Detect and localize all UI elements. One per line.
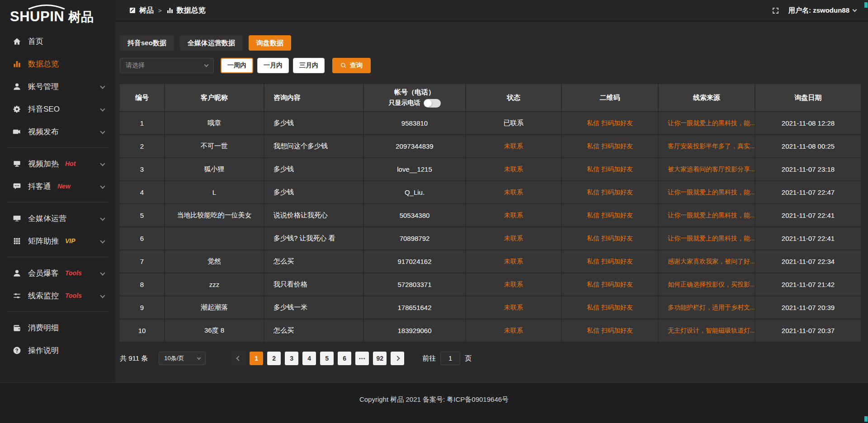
cell-source[interactable]: 感谢大家喜欢我家，被问了好...	[659, 250, 755, 273]
sliders-icon	[13, 291, 21, 300]
scrollbar-thumb-bottom[interactable]	[864, 416, 868, 422]
tab-inquiry-data[interactable]: 询盘数据	[249, 35, 291, 51]
cell-account: love__1215	[364, 158, 465, 180]
cell-date: 2021-11-07 22:47	[755, 181, 861, 203]
cell-inquiry: 多少钱	[264, 158, 363, 180]
cell-source[interactable]: 无主灯设计，智能磁吸轨道灯...	[659, 320, 755, 342]
sidebar-item-leads-monitor[interactable]: 线索监控Tools	[0, 284, 115, 307]
cell-nickname: 36度 8	[165, 320, 264, 342]
cell-source[interactable]: 让你一眼就爱上的黑科技，能...	[659, 227, 755, 249]
cell-source[interactable]: 如何正确选择投影仪，买投影...	[659, 273, 755, 296]
sidebar-item-member-tools[interactable]: 会员爆客Tools	[0, 262, 115, 284]
logo-brand-en: SHUPIN	[10, 9, 64, 25]
page-size-value: 10条/页	[164, 354, 184, 362]
sidebar-item-douketong[interactable]: 抖客通New	[0, 175, 115, 197]
pager-page-2[interactable]: 2	[267, 352, 281, 365]
cell-account: 183929060	[364, 320, 465, 342]
pager-page-5[interactable]: 5	[320, 352, 334, 365]
cell-inquiry: 多少钱	[264, 112, 363, 134]
toggle-knob	[424, 99, 432, 107]
pager-page-4[interactable]: 4	[302, 352, 316, 365]
home-icon	[13, 37, 21, 46]
cell-qrcode[interactable]: 私信 扫码加好友	[562, 273, 658, 296]
cell-inquiry: 多少钱	[264, 181, 363, 203]
gear-icon	[13, 105, 21, 113]
chat-icon	[13, 182, 21, 191]
cell-source[interactable]: 多功能护栏灯，适用于乡村文...	[659, 296, 755, 319]
scrollbar-thumb-top[interactable]	[864, 2, 868, 8]
quick-filter-quarter[interactable]: 三月内	[293, 58, 325, 73]
sidebar-item-data-overview[interactable]: 数据总览	[0, 52, 115, 75]
sidebar: SHUPIN 树品 首页数据总览账号管理抖音SEO视频发布视频加热Hot抖客通N…	[0, 0, 115, 423]
tab-media-operation-data[interactable]: 全媒体运营数据	[180, 35, 243, 51]
pager-page-3[interactable]: 3	[285, 352, 298, 365]
top-header: 树品>数据总览 用户名: zswodun88	[115, 0, 868, 22]
phone-only-toggle[interactable]	[424, 99, 441, 108]
fullscreen-icon[interactable]	[772, 7, 779, 14]
sidebar-item-label: 会员爆客	[28, 268, 59, 278]
breadcrumb-item-brand[interactable]: 树品	[129, 6, 154, 15]
breadcrumb-label: 数据总览	[177, 6, 206, 15]
header-right: 用户名: zswodun88	[772, 6, 856, 15]
search-button-label: 查询	[350, 61, 363, 70]
column-label: 编号	[135, 94, 149, 102]
column-label: 咨询内容	[274, 94, 301, 102]
cell-source[interactable]: 被大家追着问的客厅投影分享...	[659, 158, 755, 180]
heat-icon	[13, 160, 21, 168]
breadcrumb: 树品>数据总览	[129, 6, 206, 15]
sidebar-item-home[interactable]: 首页	[0, 30, 115, 52]
pager-page-6[interactable]: 6	[338, 352, 351, 365]
cell-qrcode[interactable]: 私信 扫码加好友	[562, 135, 658, 157]
pager-page-92[interactable]: 92	[373, 352, 387, 365]
sidebar-item-media-operation[interactable]: 全媒体运营	[0, 207, 115, 230]
pager-prev-button[interactable]	[232, 352, 245, 365]
tab-douyin-seo-data[interactable]: 抖音seo数据	[120, 35, 174, 51]
chevron-down-icon	[100, 238, 105, 243]
cell-source[interactable]: 让你一眼就爱上的黑科技，能...	[659, 112, 755, 134]
cell-inquiry: 多少钱一米	[264, 296, 363, 319]
cell-source[interactable]: 让你一眼就爱上的黑科技，能...	[659, 181, 755, 203]
cell-nickname: 觉然	[165, 250, 264, 273]
sidebar-item-video-publish[interactable]: 视频发布	[0, 120, 115, 143]
sidebar-item-consume-detail[interactable]: 消费明细	[0, 316, 115, 339]
cell-source[interactable]: 客厅安装投影半年多了，真实...	[659, 135, 755, 157]
cell-source[interactable]: 让你一眼就爱上的黑科技，能...	[659, 204, 755, 226]
pager-next-button[interactable]	[391, 352, 404, 365]
breadcrumb-item-data-overview[interactable]: 数据总览	[166, 6, 206, 15]
sidebar-item-label: 全媒体运营	[28, 213, 66, 224]
sidebar-item-account-management[interactable]: 账号管理	[0, 75, 115, 98]
chevron-down-icon	[100, 216, 105, 221]
filter-select[interactable]: 请选择	[120, 58, 214, 73]
cell-qrcode[interactable]: 私信 扫码加好友	[562, 112, 658, 134]
cell-qrcode[interactable]: 私信 扫码加好友	[562, 227, 658, 249]
sidebar-item-matrix-boost[interactable]: 矩阵助推VIP	[0, 230, 115, 252]
cell-no: 5	[120, 204, 164, 226]
sidebar-item-badge: VIP	[65, 237, 75, 244]
search-button[interactable]: 查询	[332, 58, 371, 73]
user-menu[interactable]: 用户名: zswodun88	[788, 6, 856, 15]
video-icon	[13, 127, 21, 136]
cell-qrcode[interactable]: 私信 扫码加好友	[562, 181, 658, 203]
quick-filter-week[interactable]: 一周内	[221, 58, 253, 73]
column-label: 线索来源	[693, 94, 720, 102]
page-jump-input[interactable]	[440, 352, 460, 365]
username-label: 用户名: zswodun88	[788, 6, 849, 15]
column-header-qrcode: 二维码	[562, 84, 658, 111]
column-header-nickname: 客户昵称	[165, 84, 264, 111]
sidebar-item-help-guide[interactable]: 操作说明	[0, 339, 115, 362]
cell-qrcode[interactable]: 私信 扫码加好友	[562, 320, 658, 342]
grid-icon	[13, 237, 21, 245]
cell-qrcode[interactable]: 私信 扫码加好友	[562, 158, 658, 180]
sidebar-item-video-heat[interactable]: 视频加热Hot	[0, 152, 115, 175]
page-size-select[interactable]: 10条/页	[159, 352, 206, 365]
cell-qrcode[interactable]: 私信 扫码加好友	[562, 250, 658, 273]
table-row: 8zzz我只看价格572803371未联系私信 扫码加好友如何正确选择投影仪，买…	[120, 273, 861, 296]
sidebar-item-douyin-seo[interactable]: 抖音SEO	[0, 98, 115, 120]
pager-page-1[interactable]: 1	[250, 352, 263, 365]
breadcrumb-label: 树品	[139, 6, 154, 15]
quick-filter-month[interactable]: 一月内	[257, 58, 289, 73]
pager-ellipsis[interactable]: •••	[355, 352, 369, 365]
cell-nickname: 哦章	[165, 112, 264, 134]
cell-qrcode[interactable]: 私信 扫码加好友	[562, 204, 658, 226]
cell-qrcode[interactable]: 私信 扫码加好友	[562, 296, 658, 319]
